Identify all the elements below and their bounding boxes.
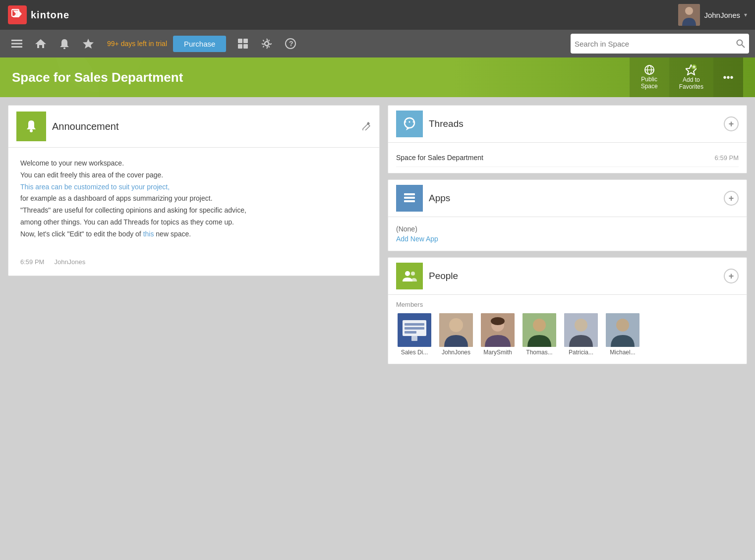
- svg-point-52: [533, 319, 546, 332]
- member-avatar-salesdept: [398, 313, 431, 347]
- announcement-edit-button[interactable]: [361, 120, 371, 133]
- add-new-app-link[interactable]: Add New App: [396, 235, 739, 243]
- svg-rect-11: [238, 39, 242, 43]
- member-name: JohnJones: [438, 349, 474, 356]
- help-icon[interactable]: ?: [280, 33, 301, 55]
- member-name: Michael...: [604, 349, 641, 356]
- announcement-card: Announcement Welcome to your new workspa…: [8, 105, 380, 276]
- svg-text:?: ?: [289, 40, 293, 48]
- svg-rect-14: [243, 44, 248, 49]
- svg-rect-42: [405, 323, 424, 326]
- username-label: JohnJones: [704, 11, 740, 19]
- people-icon: [396, 263, 423, 289]
- apps-header: Apps +: [388, 180, 747, 217]
- announcement-text: Welcome to your new workspace. You can e…: [20, 158, 367, 240]
- apps-add-button[interactable]: +: [724, 191, 739, 206]
- svg-marker-10: [83, 39, 94, 49]
- right-panel: Threads + Space for Sales Department 6:5…: [388, 105, 747, 552]
- member-avatar-patricia: [564, 313, 598, 347]
- logo-area: kintone: [8, 5, 69, 24]
- svg-point-32: [405, 121, 407, 123]
- threads-card: Threads + Space for Sales Department 6:5…: [388, 105, 747, 173]
- topbar-right: JohnJones ▾: [678, 4, 747, 26]
- member-item[interactable]: Michael...: [604, 313, 641, 356]
- thread-time: 6:59 PM: [715, 154, 739, 162]
- navbar: 99+ days left in trial Purchase ?: [0, 30, 755, 57]
- member-avatar-johnjones: [439, 313, 473, 347]
- main-content: Announcement Welcome to your new workspa…: [0, 97, 755, 560]
- announcement-timestamp: 6:59 PM: [20, 258, 44, 266]
- people-card: People + Members: [388, 257, 747, 364]
- more-options-icon: •••: [723, 72, 733, 83]
- svg-rect-13: [238, 44, 242, 49]
- svg-point-56: [616, 319, 629, 332]
- svg-point-33: [409, 121, 410, 123]
- threads-title: Threads: [429, 118, 464, 129]
- member-item[interactable]: MarySmith: [479, 313, 516, 356]
- svg-point-15: [265, 42, 269, 46]
- apps-card: Apps + (None) Add New App: [388, 179, 747, 251]
- member-item[interactable]: Sales Di...: [396, 313, 433, 356]
- public-space-button[interactable]: PublicSpace: [630, 57, 669, 97]
- member-name: Sales Di...: [396, 349, 433, 356]
- announcement-author: JohnJones: [54, 258, 85, 266]
- search-submit-icon[interactable]: [736, 39, 745, 48]
- apps-title: Apps: [429, 193, 450, 204]
- svg-line-19: [742, 45, 745, 48]
- add-favorites-button[interactable]: Add toFavorites: [669, 57, 713, 97]
- svg-rect-7: [11, 46, 22, 48]
- member-name: Thomas...: [521, 349, 558, 356]
- space-header-actions: PublicSpace Add toFavorites •••: [630, 57, 743, 97]
- threads-add-button[interactable]: +: [724, 116, 739, 131]
- svg-point-18: [737, 40, 743, 46]
- apps-body: (None) Add New App: [388, 217, 747, 251]
- add-favorites-icon: [686, 64, 697, 75]
- thread-row[interactable]: Space for Sales Department 6:59 PM: [396, 149, 739, 167]
- svg-rect-35: [404, 193, 415, 195]
- svg-point-29: [30, 129, 33, 132]
- apps-none-label: (None): [396, 225, 739, 233]
- announcement-body: Welcome to your new workspace. You can e…: [8, 148, 379, 250]
- home-icon[interactable]: [30, 33, 52, 55]
- kintone-logo-icon: [8, 5, 27, 24]
- threads-body: Space for Sales Department 6:59 PM: [388, 143, 747, 173]
- settings-icon[interactable]: [256, 33, 278, 55]
- search-bar: [571, 34, 749, 54]
- member-avatar-thomas: [523, 313, 556, 347]
- announcement-header: Announcement: [8, 106, 379, 148]
- member-name: Patricia...: [563, 349, 599, 356]
- thread-name: Space for Sales Department: [396, 154, 483, 162]
- public-space-label: PublicSpace: [641, 76, 658, 90]
- svg-marker-8: [35, 39, 46, 48]
- svg-point-54: [575, 319, 587, 332]
- member-item[interactable]: Patricia...: [563, 313, 599, 356]
- logo-text: kintone: [31, 9, 69, 21]
- search-input[interactable]: [575, 40, 733, 48]
- apps-icon: [396, 185, 423, 212]
- member-item[interactable]: JohnJones: [438, 313, 474, 356]
- svg-rect-6: [11, 43, 22, 45]
- notifications-icon[interactable]: [54, 33, 75, 55]
- people-header: People +: [388, 258, 747, 295]
- svg-rect-43: [405, 327, 424, 330]
- svg-point-9: [63, 48, 65, 50]
- svg-rect-12: [243, 39, 248, 43]
- favorites-icon[interactable]: [77, 33, 99, 55]
- portal-icon[interactable]: [232, 33, 254, 55]
- member-name: MarySmith: [479, 349, 516, 356]
- svg-rect-50: [491, 317, 505, 325]
- threads-header: Threads +: [388, 106, 747, 143]
- space-title: Space for Sales Department: [12, 70, 183, 85]
- member-item[interactable]: Thomas...: [521, 313, 558, 356]
- svg-point-31: [405, 118, 414, 128]
- svg-point-47: [449, 318, 463, 332]
- svg-point-39: [411, 272, 415, 276]
- purchase-button[interactable]: Purchase: [173, 36, 226, 52]
- people-add-button[interactable]: +: [724, 269, 739, 283]
- menu-icon[interactable]: [6, 33, 28, 55]
- user-dropdown-icon[interactable]: ▾: [744, 11, 747, 18]
- people-title: People: [429, 271, 458, 281]
- threads-icon: [396, 111, 423, 137]
- space-header: Space for Sales Department PublicSpace A…: [0, 57, 755, 97]
- more-options-button[interactable]: •••: [713, 57, 743, 97]
